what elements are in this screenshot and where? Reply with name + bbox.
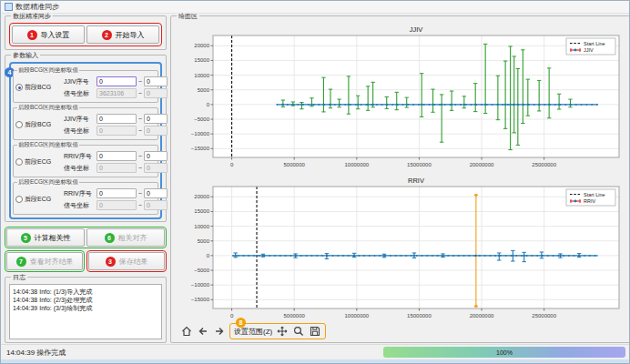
pan-icon[interactable] xyxy=(276,325,289,338)
signal-coord-from-input xyxy=(97,126,137,136)
window-bottom-edge xyxy=(1,359,629,363)
corr-align-button[interactable]: 6 相关对齐 xyxy=(86,228,165,247)
jjiv-chart[interactable]: 20000150001000050000−5000−10000−15000050… xyxy=(175,24,626,171)
svg-text:25000000: 25000000 xyxy=(532,162,556,167)
corr-align-label: 相关对齐 xyxy=(118,233,147,243)
corr-buttons-highlight: 5 计算相关性 6 相关对齐 xyxy=(5,227,167,248)
view-align-highlight: 7 查看对齐结果 xyxy=(5,250,85,272)
import-settings-label: 导入设置 xyxy=(41,30,70,40)
save-result-highlight: 3 保存结果 xyxy=(86,250,167,272)
rear-ecg-radio[interactable] xyxy=(15,196,23,203)
plot-group: 绘图区 20000150001000050000−5000−10000−1500… xyxy=(170,15,630,343)
jjiv-index-from-input[interactable] xyxy=(97,76,137,86)
step-badge-8: 8 xyxy=(236,318,246,328)
save-icon[interactable] xyxy=(309,325,321,338)
svg-text:10000000: 10000000 xyxy=(344,162,369,167)
svg-text:Start Line: Start Line xyxy=(584,192,605,197)
svg-text:−5000: −5000 xyxy=(194,116,210,122)
signal-coord-to-input xyxy=(144,88,168,98)
signal-coord-from-input xyxy=(97,163,137,173)
title-bar: 数据精准同步 xyxy=(1,1,629,14)
svg-text:15000: 15000 xyxy=(194,208,209,214)
view-align-label: 查看对齐结果 xyxy=(30,257,74,267)
rriv-index-to-input[interactable] xyxy=(144,151,168,161)
svg-text:15000: 15000 xyxy=(194,57,209,63)
start-import-label: 开始导入 xyxy=(116,30,145,40)
svg-text:0: 0 xyxy=(207,102,210,107)
signal-coord-label: 信号坐标 xyxy=(64,89,95,98)
rear-bcg-radio[interactable] xyxy=(15,121,23,128)
rriv-index-from-input[interactable] xyxy=(97,151,137,161)
forward-icon[interactable] xyxy=(213,325,226,338)
signal-coord-to-input xyxy=(144,163,168,173)
chart-toolbar: 8 设置范围(Z) xyxy=(175,323,626,339)
front-ecg-radio[interactable] xyxy=(15,158,23,166)
svg-text:JJIV: JJIV xyxy=(410,25,423,34)
jjiv-index-label: JJIV序号 xyxy=(64,77,95,86)
rear-ecg-section: 后段ECG区间坐标取值 后段ECG RRIV序号 ~ xyxy=(13,182,158,215)
jjiv-index-to-input[interactable] xyxy=(144,114,168,124)
front-bcg-radio[interactable] xyxy=(15,84,23,91)
rriv-index-label: RRIV序号 xyxy=(64,189,95,198)
signal-coord-to-input xyxy=(144,200,168,210)
svg-text:−15000: −15000 xyxy=(191,297,210,302)
svg-text:10000000: 10000000 xyxy=(344,313,369,318)
progress-label: 100% xyxy=(496,349,513,356)
svg-text:0: 0 xyxy=(207,253,210,258)
zoom-icon[interactable] xyxy=(292,325,305,338)
rriv-chart[interactable]: 20000150001000050000−5000−10000−15000050… xyxy=(175,175,626,322)
param-group: 参数输入 4 前段BCG区间坐标取值 前段BCG JJIV序号 xyxy=(5,55,167,222)
svg-text:5000: 5000 xyxy=(198,238,210,244)
back-icon[interactable] xyxy=(197,325,209,338)
param-group-title: 参数输入 xyxy=(11,51,40,59)
svg-text:5000: 5000 xyxy=(198,87,210,93)
rear-bcg-radio-label: 后段BCG xyxy=(25,120,51,129)
set-range-button[interactable]: 设置范围(Z) xyxy=(234,327,272,337)
view-align-button[interactable]: 7 查看对齐结果 xyxy=(6,252,83,270)
save-result-label: 保存结果 xyxy=(119,257,148,267)
svg-text:RRIV: RRIV xyxy=(408,177,424,185)
jjiv-index-from-input[interactable] xyxy=(97,114,137,124)
svg-text:0: 0 xyxy=(230,162,234,167)
svg-text:−15000: −15000 xyxy=(191,146,210,151)
sync-group-title: 数据精准同步 xyxy=(11,12,53,20)
log-group-title: 日志 xyxy=(11,273,27,281)
svg-text:20000000: 20000000 xyxy=(470,313,494,318)
import-buttons-highlight: 1 导入设置 2 开始导入 xyxy=(9,23,162,46)
import-settings-button[interactable]: 1 导入设置 xyxy=(12,25,85,44)
plot-panel: 绘图区 20000150001000050000−5000−10000−1500… xyxy=(170,15,630,343)
svg-text:20000: 20000 xyxy=(194,43,209,48)
step-badge-3: 3 xyxy=(106,257,116,267)
svg-text:5000000: 5000000 xyxy=(284,313,306,318)
signal-coord-label: 信号坐标 xyxy=(64,126,95,136)
log-line: 14:04:39 Info: (3/3)绘制完成 xyxy=(13,304,158,312)
plot-group-title: 绘图区 xyxy=(177,12,199,20)
action-buttons: 5 计算相关性 6 相关对齐 7 查看对齐结果 xyxy=(5,227,167,272)
rear-ecg-section-title: 后段ECG区间坐标取值 xyxy=(17,178,79,186)
param-highlight: 4 前段BCG区间坐标取值 前段BCG JJIV序号 ~ xyxy=(9,62,162,219)
jjiv-index-label: JJIV序号 xyxy=(64,115,95,124)
svg-text:20000: 20000 xyxy=(194,194,209,199)
svg-text:0: 0 xyxy=(230,313,234,318)
step-badge-7: 7 xyxy=(16,257,26,267)
home-icon[interactable] xyxy=(180,325,193,338)
signal-coord-label: 信号坐标 xyxy=(64,164,95,173)
calc-correlation-button[interactable]: 5 计算相关性 xyxy=(6,228,85,247)
svg-text:JJIV: JJIV xyxy=(584,47,594,53)
progress-bar: 100% xyxy=(383,347,625,358)
control-panel: 数据精准同步 1 导入设置 2 开始导入 参数输入 4 xyxy=(5,15,167,343)
jjiv-index-to-input[interactable] xyxy=(144,76,168,86)
signal-coord-to-input xyxy=(144,126,168,136)
signal-coord-from-input xyxy=(97,88,137,98)
sync-group: 数据精准同步 1 导入设置 2 开始导入 xyxy=(5,15,167,50)
front-ecg-radio-label: 前段ECG xyxy=(25,157,51,167)
start-import-button[interactable]: 2 开始导入 xyxy=(86,25,159,44)
rriv-index-to-input[interactable] xyxy=(144,188,168,198)
front-bcg-section-title: 前段BCG区间坐标取值 xyxy=(17,66,79,74)
step-badge-6: 6 xyxy=(105,233,115,243)
rriv-index-from-input[interactable] xyxy=(97,188,137,198)
app-icon xyxy=(5,3,13,11)
app-window: 数据精准同步 数据精准同步 1 导入设置 2 开始导入 参数输入 xyxy=(0,0,630,364)
step-badge-1: 1 xyxy=(27,30,37,40)
save-result-button[interactable]: 3 保存结果 xyxy=(88,252,165,270)
